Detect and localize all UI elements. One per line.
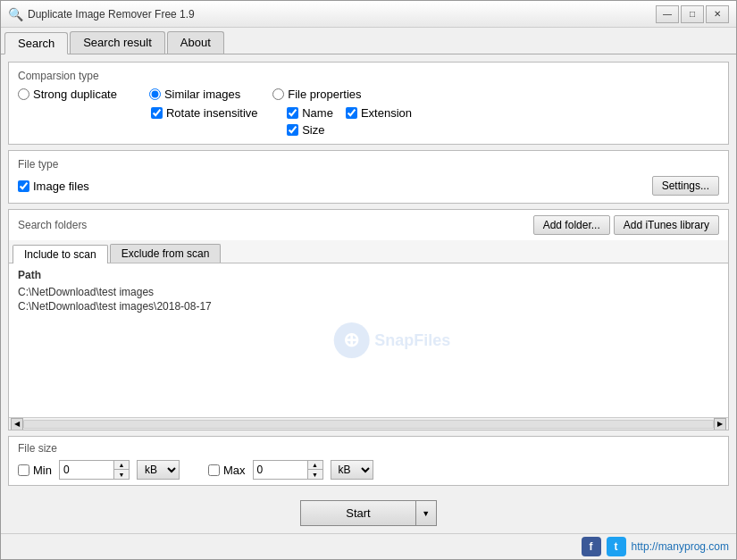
- comparison-label: Comparsion type: [18, 70, 719, 82]
- folder-btn-group: Add folder... Add iTunes library: [533, 215, 719, 235]
- app-icon: 🔍: [8, 7, 22, 21]
- check-extension-input[interactable]: [346, 107, 357, 119]
- image-files-label: Image files: [33, 180, 89, 193]
- status-bar: f t http://manyprog.com: [1, 533, 736, 559]
- tab-search-result[interactable]: Search result: [70, 31, 165, 54]
- file-size-section: File size Min 0 ▲ ▼ kB MB GB: [8, 436, 729, 486]
- max-checkbox[interactable]: [208, 464, 220, 476]
- file-type-row: Image files Settings...: [18, 176, 719, 196]
- title-bar: 🔍 Duplicate Image Remover Free 1.9 — □ ✕: [1, 1, 736, 28]
- sub-checks-row1: Name Extension: [287, 106, 412, 120]
- rotate-insensitive-input[interactable]: [151, 107, 163, 119]
- scrollbar-track[interactable]: [23, 420, 714, 429]
- max-spinbox-arrows: ▲ ▼: [307, 461, 322, 479]
- bottom-bar: Start ▼: [1, 493, 736, 533]
- radio-strong-input[interactable]: [18, 88, 29, 100]
- maximize-button[interactable]: □: [681, 5, 704, 23]
- check-name: Name: [287, 106, 333, 120]
- comparison-col-1: Strong duplicate: [18, 88, 149, 101]
- file-type-section: File type Image files Settings...: [8, 150, 729, 204]
- radio-file-props-label: File properties: [288, 88, 361, 101]
- search-folders-section: Search folders Add folder... Add iTunes …: [8, 209, 729, 430]
- scrollbar-area: ◀ ▶: [9, 417, 728, 430]
- min-spinbox: 0 ▲ ▼: [59, 460, 130, 480]
- start-button[interactable]: Start: [301, 501, 415, 525]
- main-content: Comparsion type Strong duplicate Similar…: [1, 54, 736, 493]
- add-folder-button[interactable]: Add folder...: [533, 215, 610, 235]
- start-dropdown-button[interactable]: ▼: [416, 501, 436, 525]
- check-name-label: Name: [302, 106, 333, 120]
- max-spin-down[interactable]: ▼: [308, 470, 322, 479]
- radio-similar: Similar images: [149, 88, 240, 101]
- file-type-label: File type: [18, 158, 719, 171]
- check-extension-label: Extension: [361, 106, 412, 120]
- min-checkbox[interactable]: [18, 464, 29, 476]
- min-spinbox-arrows: ▲ ▼: [113, 461, 129, 479]
- folder-list: Path C:\NetDownload\test images C:\NetDo…: [9, 263, 728, 417]
- min-spin-down[interactable]: ▼: [114, 470, 129, 479]
- tabs-bar: Search Search result About: [1, 28, 736, 54]
- radio-similar-label: Similar images: [164, 88, 240, 101]
- folder-list-inner: Path C:\NetDownload\test images C:\NetDo…: [9, 263, 728, 319]
- comparison-section: Comparsion type Strong duplicate Similar…: [8, 62, 729, 145]
- min-unit-select[interactable]: kB MB GB: [137, 460, 180, 480]
- watermark-icon: ⊕: [333, 322, 369, 358]
- max-label: Max: [223, 464, 246, 477]
- radio-strong-label: Strong duplicate: [33, 88, 117, 101]
- start-btn-group: Start ▼: [300, 500, 436, 526]
- max-unit-select[interactable]: kB MB GB: [331, 460, 373, 480]
- twitter-icon[interactable]: t: [607, 537, 626, 556]
- min-spin-up[interactable]: ▲: [114, 461, 129, 470]
- settings-button[interactable]: Settings...: [652, 176, 719, 196]
- comparison-col-2: Similar images Rotate insensitive: [149, 88, 272, 120]
- radio-file-props: File properties: [272, 88, 394, 101]
- main-window: 🔍 Duplicate Image Remover Free 1.9 — □ ✕…: [0, 0, 737, 560]
- max-spin-up[interactable]: ▲: [308, 461, 322, 470]
- comparison-layout: Strong duplicate Similar images Rotate i…: [18, 88, 719, 137]
- watermark: ⊕ SnapFiles: [333, 322, 450, 358]
- check-size-input[interactable]: [287, 124, 298, 136]
- radio-strong: Strong duplicate: [18, 88, 117, 101]
- check-extension: Extension: [346, 106, 412, 120]
- add-itunes-button[interactable]: Add iTunes library: [614, 215, 719, 235]
- scan-tab-exclude[interactable]: Exclude from scan: [110, 244, 222, 263]
- file-size-row: Min 0 ▲ ▼ kB MB GB Max: [18, 460, 719, 480]
- file-props-sub-checks: Name Extension Size: [272, 106, 412, 137]
- scroll-left-arrow[interactable]: ◀: [11, 418, 23, 430]
- scan-tab-include[interactable]: Include to scan: [13, 245, 108, 263]
- scroll-right-arrow[interactable]: ▶: [714, 418, 726, 430]
- radio-similar-input[interactable]: [149, 88, 161, 100]
- minimize-button[interactable]: —: [656, 5, 679, 23]
- max-check: Max: [208, 464, 246, 477]
- comparison-col-3: File properties Name Extension: [272, 88, 412, 137]
- scan-tabs: Include to scan Exclude from scan: [9, 240, 728, 263]
- folder-list-header: Path: [18, 269, 719, 281]
- max-spinbox: 0 ▲ ▼: [253, 460, 323, 480]
- tab-search[interactable]: Search: [4, 32, 68, 54]
- close-button[interactable]: ✕: [706, 5, 729, 23]
- window-controls: — □ ✕: [656, 5, 729, 23]
- file-size-label: File size: [18, 442, 719, 455]
- website-link[interactable]: http://manyprog.com: [632, 540, 729, 553]
- folder-path-0[interactable]: C:\NetDownload\test images: [18, 285, 719, 299]
- rotate-insensitive-label: Rotate insensitive: [166, 106, 258, 120]
- radio-file-props-input[interactable]: [272, 88, 284, 100]
- watermark-text: SnapFiles: [374, 331, 450, 350]
- check-size-label: Size: [302, 123, 324, 137]
- image-files-input[interactable]: [18, 180, 29, 192]
- facebook-icon[interactable]: f: [582, 537, 601, 556]
- search-folders-label: Search folders: [18, 219, 87, 231]
- file-type-left: Image files: [18, 180, 89, 193]
- window-title: Duplicate Image Remover Free 1.9: [28, 8, 656, 21]
- check-name-input[interactable]: [287, 107, 298, 119]
- rotate-insensitive-check: Rotate insensitive: [149, 106, 258, 120]
- tab-about[interactable]: About: [167, 31, 224, 54]
- check-size: Size: [287, 123, 412, 137]
- search-folders-header: Search folders Add folder... Add iTunes …: [9, 210, 728, 240]
- min-check: Min: [18, 464, 52, 477]
- image-files-check: Image files: [18, 180, 89, 193]
- folder-path-1[interactable]: C:\NetDownload\test images\2018-08-17: [18, 299, 719, 313]
- max-input[interactable]: 0: [254, 461, 307, 479]
- min-label: Min: [33, 464, 52, 477]
- min-input[interactable]: 0: [60, 461, 113, 479]
